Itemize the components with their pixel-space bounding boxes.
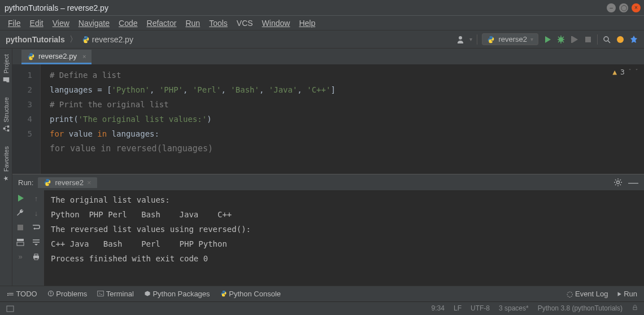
body: Project Structure ★ Favorites reverse2.p…	[0, 49, 644, 286]
main-column: reverse2.py × 1 2 3 4 5 # Define a list …	[12, 49, 644, 286]
todo-button[interactable]: ≔ TODO	[7, 290, 37, 298]
run-panel-label: Run:	[18, 178, 33, 187]
breadcrumb: pythonTutorials 〉 reverse2.py	[6, 34, 133, 45]
menu-code[interactable]: Code	[115, 18, 141, 29]
lock-icon[interactable]	[632, 304, 638, 313]
svg-rect-12	[17, 239, 24, 241]
menu-help[interactable]: Help	[295, 18, 319, 29]
event-log-button[interactable]: ◌ Event Log	[567, 290, 608, 298]
svg-rect-21	[633, 307, 637, 310]
window-title: pythonTutorials – reverse2.py	[5, 3, 108, 12]
up-icon[interactable]: ↑	[32, 194, 41, 203]
python-file-icon	[27, 53, 35, 60]
terminal-button[interactable]: Terminal	[97, 290, 134, 298]
editor-tab-label: reverse2.py	[38, 52, 77, 60]
code-area[interactable]: # Define a list languages = [['Python', …	[41, 64, 644, 174]
run-tab[interactable]: reverse2 ×	[38, 177, 97, 188]
menu-window[interactable]: Window	[259, 18, 294, 29]
close-button[interactable]: ×	[632, 3, 641, 12]
status-bar: 9:34 LF UTF-8 3 spaces* Python 3.8 (pyth…	[0, 301, 644, 315]
menu-edit[interactable]: Edit	[27, 18, 47, 29]
svg-rect-3	[571, 36, 572, 43]
menu-file[interactable]: File	[5, 18, 24, 29]
scroll-to-end-icon[interactable]	[32, 238, 41, 247]
rerun-icon[interactable]	[16, 194, 25, 203]
svg-rect-13	[17, 242, 24, 246]
menu-vcs[interactable]: VCS	[233, 18, 256, 29]
run-button[interactable]	[543, 35, 552, 44]
chevron-down-icon: ▾	[530, 36, 533, 42]
stop-button[interactable]	[584, 35, 593, 44]
run-panel-header: Run: reverse2 × —	[12, 174, 644, 190]
run-config-selector[interactable]: reverse2 ▾	[482, 33, 538, 45]
problems-button[interactable]: Problems	[47, 290, 88, 298]
svg-rect-11	[18, 225, 23, 230]
svg-rect-7	[7, 130, 9, 132]
close-run-tab-icon[interactable]: ×	[87, 178, 92, 187]
menu-view[interactable]: View	[49, 18, 73, 29]
chevron-down-icon[interactable]: ˇ	[635, 69, 638, 75]
indent[interactable]: 3 spaces*	[499, 304, 529, 313]
divider	[597, 34, 598, 45]
chevron-up-icon[interactable]: ˆ	[628, 69, 632, 75]
encoding[interactable]: UTF-8	[471, 304, 490, 313]
python-sdk[interactable]: Python 3.8 (pythonTutorials)	[538, 304, 623, 313]
python-file-icon	[82, 36, 90, 43]
line-separator[interactable]: LF	[454, 304, 462, 313]
svg-rect-9	[3, 128, 5, 130]
svg-point-1	[86, 41, 87, 42]
layout-icon[interactable]	[16, 238, 25, 247]
console-actions-rail: ↑ ↓	[28, 190, 44, 286]
svg-rect-15	[34, 254, 38, 256]
menu-refactor[interactable]: Refactor	[143, 18, 180, 29]
close-tab-icon[interactable]: ×	[82, 53, 86, 60]
coverage-button[interactable]	[570, 35, 579, 44]
line-gutter: 1 2 3 4 5	[12, 64, 41, 174]
window-controls: – ◯ ×	[607, 3, 641, 12]
menu-run[interactable]: Run	[182, 18, 203, 29]
breadcrumb-separator: 〉	[67, 34, 80, 45]
editor-tabs: reverse2.py ×	[12, 49, 644, 64]
breadcrumb-root[interactable]: pythonTutorials	[6, 35, 65, 44]
console-output[interactable]: The original list values: Python PHP Per…	[44, 190, 644, 286]
debug-button[interactable]	[556, 35, 565, 44]
favorites-tool-button[interactable]: ★ Favorites	[2, 143, 10, 185]
divider	[477, 34, 477, 45]
run-toolwindow-button[interactable]: Run	[616, 290, 637, 298]
run-config-name: reverse2	[498, 35, 527, 43]
user-icon[interactable]	[456, 35, 465, 44]
menu-navigate[interactable]: Navigate	[75, 18, 113, 29]
svg-point-0	[84, 37, 85, 37]
menu-tools[interactable]: Tools	[206, 18, 231, 29]
caret-position[interactable]: 9:34	[432, 304, 445, 313]
packages-button[interactable]: Python Packages	[144, 290, 210, 298]
warning-icon: ▲	[612, 68, 617, 76]
settings-icon[interactable]	[613, 178, 623, 187]
editor-tab-reverse2[interactable]: reverse2.py ×	[21, 50, 92, 64]
status-menu-icon[interactable]	[6, 304, 15, 313]
minimize-button[interactable]: –	[607, 3, 616, 12]
inlay-hint: for value in reversed(languages)	[50, 143, 213, 154]
toolbar-right: ▾ reverse2 ▾	[456, 33, 638, 45]
maximize-button[interactable]: ◯	[619, 3, 628, 12]
project-tool-button[interactable]: Project	[2, 51, 10, 87]
svg-point-2	[559, 37, 563, 42]
print-icon[interactable]	[32, 252, 41, 261]
ide-assistant-icon[interactable]	[616, 35, 625, 44]
hide-panel-icon[interactable]: —	[628, 177, 638, 189]
svg-point-10	[617, 181, 620, 184]
breadcrumb-file[interactable]: reverse2.py	[92, 35, 133, 44]
more-icon[interactable]: »	[18, 252, 22, 261]
softwrap-icon[interactable]	[32, 223, 41, 232]
stop-icon[interactable]	[16, 223, 25, 232]
structure-tool-button[interactable]: Structure	[2, 94, 10, 136]
code-editor[interactable]: 1 2 3 4 5 # Define a list languages = [[…	[12, 64, 644, 174]
down-icon[interactable]: ↓	[32, 208, 41, 217]
ide-features-icon[interactable]	[629, 35, 638, 44]
svg-rect-19	[98, 291, 104, 296]
warning-count: 3	[620, 68, 625, 76]
search-icon[interactable]	[602, 35, 611, 44]
wrench-icon[interactable]	[16, 208, 25, 217]
editor-inspections[interactable]: ▲3 ˆ ˇ	[612, 68, 638, 76]
python-console-button[interactable]: Python Console	[220, 290, 281, 298]
